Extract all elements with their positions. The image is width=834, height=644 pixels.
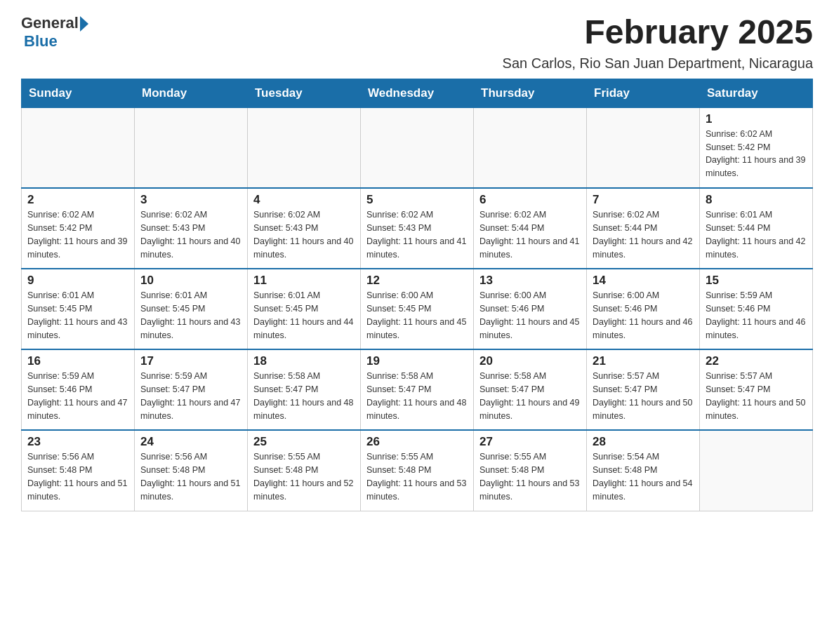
day-info: Sunrise: 5:56 AM Sunset: 5:48 PM Dayligh… xyxy=(27,450,128,503)
day-info: Sunrise: 6:00 AM Sunset: 5:45 PM Dayligh… xyxy=(366,289,468,342)
calendar-day-cell xyxy=(474,107,587,188)
calendar-week-row: 16Sunrise: 5:59 AM Sunset: 5:46 PM Dayli… xyxy=(22,349,813,430)
day-info: Sunrise: 5:56 AM Sunset: 5:48 PM Dayligh… xyxy=(140,450,241,503)
day-of-week-header: Sunday xyxy=(22,79,135,107)
day-number: 16 xyxy=(27,354,128,368)
day-number: 19 xyxy=(366,354,468,368)
day-number: 25 xyxy=(253,435,355,449)
day-info: Sunrise: 5:58 AM Sunset: 5:47 PM Dayligh… xyxy=(253,370,355,422)
calendar-day-cell: 16Sunrise: 5:59 AM Sunset: 5:46 PM Dayli… xyxy=(22,349,135,430)
calendar-day-cell: 10Sunrise: 6:01 AM Sunset: 5:45 PM Dayli… xyxy=(135,269,248,349)
day-number: 21 xyxy=(593,354,694,368)
month-title: February 2025 xyxy=(503,14,813,51)
day-number: 28 xyxy=(593,435,694,449)
calendar-day-cell xyxy=(135,107,248,188)
calendar-header-row: SundayMondayTuesdayWednesdayThursdayFrid… xyxy=(22,79,813,107)
calendar-day-cell xyxy=(700,430,813,511)
day-number: 18 xyxy=(253,354,355,368)
day-number: 13 xyxy=(479,274,581,288)
day-info: Sunrise: 5:57 AM Sunset: 5:47 PM Dayligh… xyxy=(706,370,807,422)
calendar-week-row: 9Sunrise: 6:01 AM Sunset: 5:45 PM Daylig… xyxy=(22,269,813,349)
day-number: 10 xyxy=(140,274,241,288)
day-info: Sunrise: 5:55 AM Sunset: 5:48 PM Dayligh… xyxy=(366,450,468,503)
calendar-day-cell: 12Sunrise: 6:00 AM Sunset: 5:45 PM Dayli… xyxy=(361,269,474,349)
day-of-week-header: Wednesday xyxy=(361,79,474,107)
day-info: Sunrise: 5:55 AM Sunset: 5:48 PM Dayligh… xyxy=(479,450,581,503)
day-info: Sunrise: 6:02 AM Sunset: 5:44 PM Dayligh… xyxy=(479,208,581,261)
day-info: Sunrise: 5:55 AM Sunset: 5:48 PM Dayligh… xyxy=(253,450,355,503)
calendar-day-cell: 24Sunrise: 5:56 AM Sunset: 5:48 PM Dayli… xyxy=(135,430,248,511)
day-info: Sunrise: 5:57 AM Sunset: 5:47 PM Dayligh… xyxy=(593,370,694,422)
day-number: 17 xyxy=(140,354,241,368)
day-number: 3 xyxy=(140,193,241,207)
day-number: 22 xyxy=(706,354,807,368)
calendar-day-cell: 1Sunrise: 6:02 AM Sunset: 5:42 PM Daylig… xyxy=(700,107,813,188)
calendar-day-cell: 9Sunrise: 6:01 AM Sunset: 5:45 PM Daylig… xyxy=(22,269,135,349)
calendar-day-cell: 18Sunrise: 5:58 AM Sunset: 5:47 PM Dayli… xyxy=(248,349,361,430)
day-info: Sunrise: 6:01 AM Sunset: 5:44 PM Dayligh… xyxy=(706,208,807,261)
calendar-day-cell xyxy=(587,107,700,188)
day-number: 5 xyxy=(366,193,468,207)
day-of-week-header: Monday xyxy=(135,79,248,107)
calendar-day-cell: 17Sunrise: 5:59 AM Sunset: 5:47 PM Dayli… xyxy=(135,349,248,430)
calendar-day-cell: 23Sunrise: 5:56 AM Sunset: 5:48 PM Dayli… xyxy=(22,430,135,511)
day-number: 11 xyxy=(253,274,355,288)
title-section: February 2025 San Carlos, Rio San Juan D… xyxy=(503,14,813,72)
day-number: 1 xyxy=(706,112,807,126)
day-info: Sunrise: 6:00 AM Sunset: 5:46 PM Dayligh… xyxy=(593,289,694,342)
calendar-day-cell: 20Sunrise: 5:58 AM Sunset: 5:47 PM Dayli… xyxy=(474,349,587,430)
day-info: Sunrise: 5:58 AM Sunset: 5:47 PM Dayligh… xyxy=(366,370,468,422)
day-number: 12 xyxy=(366,274,468,288)
day-info: Sunrise: 6:01 AM Sunset: 5:45 PM Dayligh… xyxy=(27,289,128,342)
day-number: 4 xyxy=(253,193,355,207)
calendar-day-cell: 6Sunrise: 6:02 AM Sunset: 5:44 PM Daylig… xyxy=(474,188,587,269)
day-number: 8 xyxy=(706,193,807,207)
calendar-day-cell: 27Sunrise: 5:55 AM Sunset: 5:48 PM Dayli… xyxy=(474,430,587,511)
day-number: 23 xyxy=(27,435,128,449)
day-info: Sunrise: 6:01 AM Sunset: 5:45 PM Dayligh… xyxy=(140,289,241,342)
calendar-day-cell: 7Sunrise: 6:02 AM Sunset: 5:44 PM Daylig… xyxy=(587,188,700,269)
calendar-day-cell: 5Sunrise: 6:02 AM Sunset: 5:43 PM Daylig… xyxy=(361,188,474,269)
day-info: Sunrise: 6:00 AM Sunset: 5:46 PM Dayligh… xyxy=(479,289,581,342)
logo: General Blue xyxy=(21,14,88,51)
calendar-day-cell: 21Sunrise: 5:57 AM Sunset: 5:47 PM Dayli… xyxy=(587,349,700,430)
day-number: 26 xyxy=(366,435,468,449)
day-number: 27 xyxy=(479,435,581,449)
calendar-day-cell: 26Sunrise: 5:55 AM Sunset: 5:48 PM Dayli… xyxy=(361,430,474,511)
logo-general-text: General xyxy=(21,14,79,32)
day-info: Sunrise: 6:02 AM Sunset: 5:42 PM Dayligh… xyxy=(706,128,807,180)
day-number: 2 xyxy=(27,193,128,207)
calendar-table: SundayMondayTuesdayWednesdayThursdayFrid… xyxy=(21,79,813,511)
day-number: 24 xyxy=(140,435,241,449)
calendar-day-cell: 4Sunrise: 6:02 AM Sunset: 5:43 PM Daylig… xyxy=(248,188,361,269)
day-info: Sunrise: 6:02 AM Sunset: 5:43 PM Dayligh… xyxy=(253,208,355,261)
day-info: Sunrise: 5:59 AM Sunset: 5:47 PM Dayligh… xyxy=(140,370,241,422)
calendar-day-cell: 13Sunrise: 6:00 AM Sunset: 5:46 PM Dayli… xyxy=(474,269,587,349)
day-of-week-header: Tuesday xyxy=(248,79,361,107)
day-of-week-header: Friday xyxy=(587,79,700,107)
day-number: 14 xyxy=(593,274,694,288)
day-info: Sunrise: 5:59 AM Sunset: 5:46 PM Dayligh… xyxy=(706,289,807,342)
location-title: San Carlos, Rio San Juan Department, Nic… xyxy=(503,55,813,72)
calendar-day-cell: 22Sunrise: 5:57 AM Sunset: 5:47 PM Dayli… xyxy=(700,349,813,430)
page-header: General Blue February 2025 San Carlos, R… xyxy=(21,14,813,72)
calendar-day-cell: 19Sunrise: 5:58 AM Sunset: 5:47 PM Dayli… xyxy=(361,349,474,430)
calendar-day-cell: 25Sunrise: 5:55 AM Sunset: 5:48 PM Dayli… xyxy=(248,430,361,511)
day-number: 20 xyxy=(479,354,581,368)
calendar-day-cell xyxy=(22,107,135,188)
day-of-week-header: Saturday xyxy=(700,79,813,107)
logo-blue-text: Blue xyxy=(24,32,58,51)
day-number: 9 xyxy=(27,274,128,288)
calendar-week-row: 2Sunrise: 6:02 AM Sunset: 5:42 PM Daylig… xyxy=(22,188,813,269)
calendar-day-cell: 15Sunrise: 5:59 AM Sunset: 5:46 PM Dayli… xyxy=(700,269,813,349)
day-of-week-header: Thursday xyxy=(474,79,587,107)
day-info: Sunrise: 5:58 AM Sunset: 5:47 PM Dayligh… xyxy=(479,370,581,422)
calendar-day-cell: 28Sunrise: 5:54 AM Sunset: 5:48 PM Dayli… xyxy=(587,430,700,511)
calendar-day-cell xyxy=(361,107,474,188)
day-info: Sunrise: 5:54 AM Sunset: 5:48 PM Dayligh… xyxy=(593,450,694,503)
day-info: Sunrise: 5:59 AM Sunset: 5:46 PM Dayligh… xyxy=(27,370,128,422)
day-number: 15 xyxy=(706,274,807,288)
day-number: 7 xyxy=(593,193,694,207)
calendar-day-cell: 11Sunrise: 6:01 AM Sunset: 5:45 PM Dayli… xyxy=(248,269,361,349)
calendar-day-cell: 8Sunrise: 6:01 AM Sunset: 5:44 PM Daylig… xyxy=(700,188,813,269)
